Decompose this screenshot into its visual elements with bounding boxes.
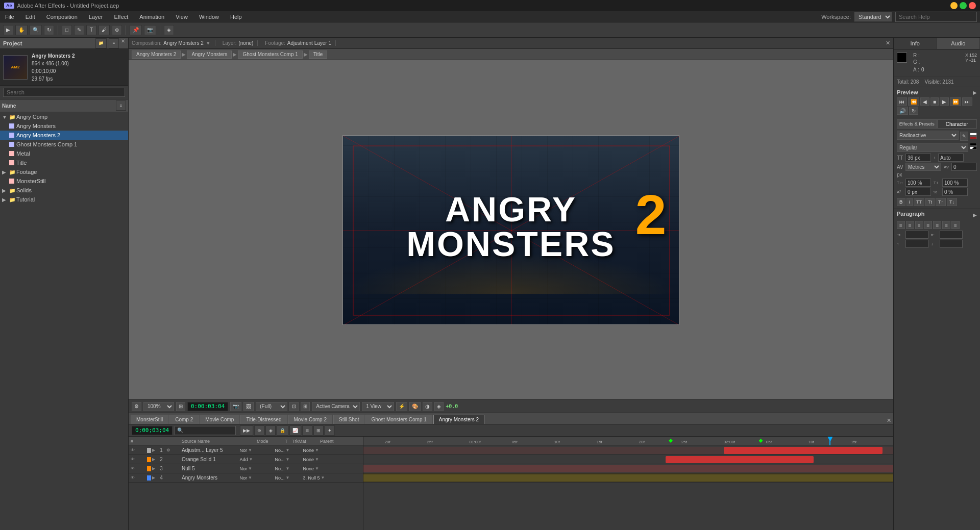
layer1-expand-icon[interactable]: ▶ (152, 448, 155, 452)
align-right-btn[interactable]: ≡ (915, 221, 923, 229)
project-folder-btn[interactable]: 📁 (95, 38, 107, 48)
tsume-input[interactable] (942, 188, 968, 196)
menu-effect[interactable]: Effect (112, 13, 130, 21)
item-ghost-monsters[interactable]: Ghost Monsters Comp 1 (0, 140, 128, 149)
tool-hand[interactable]: ✋ (15, 25, 28, 35)
layer-row-3[interactable]: 👁 ▶ 3 Null 5 Nor ▼ (129, 464, 363, 473)
view-select[interactable]: 1 View 2 Views 4 Views (362, 402, 394, 411)
timeline-search-input[interactable] (175, 426, 236, 435)
layer1-mode-arrow[interactable]: ▼ (248, 448, 252, 452)
space-before-input[interactable] (905, 240, 928, 248)
preview-expand-btn[interactable]: ▶ (973, 90, 977, 95)
kerning-select[interactable]: Metrics Optical (905, 163, 941, 171)
item-angry-monsters-2[interactable]: Angry Monsters 2 (0, 131, 128, 140)
prev-forward-btn[interactable]: ⏩ (950, 97, 961, 106)
camera-select[interactable]: Active Camera Front Top (312, 402, 360, 411)
item-metal[interactable]: Metal (0, 149, 128, 158)
tab-title-distressed[interactable]: Title-Distressed (240, 415, 287, 424)
track-row-3[interactable] (363, 464, 893, 473)
color-correct-btn[interactable]: ◈ (434, 402, 444, 411)
layer-row-4[interactable]: 👁 ▶ 4 Angry Monsters Nor ▼ (129, 473, 363, 483)
font-strike-color[interactable] (970, 136, 977, 139)
tool-text[interactable]: T (86, 25, 96, 35)
menu-layer[interactable]: Layer (87, 13, 105, 21)
justify-right-btn[interactable]: ≡ (942, 221, 950, 229)
tl-draft-btn[interactable]: ✦ (325, 425, 335, 436)
layer2-tabmat-arrow[interactable]: ▼ (286, 457, 290, 462)
tool-brush[interactable]: 🖌 (99, 25, 110, 35)
layer-row-2[interactable]: 👁 ▶ 2 Orange Solid 1 Add ▼ (129, 455, 363, 464)
timeline-panel-close[interactable]: ✕ (887, 417, 891, 424)
item-monster-still[interactable]: MonsterStill (0, 176, 128, 186)
prev-stop-btn[interactable]: ■ (930, 97, 939, 106)
breadcrumb-angry-monsters-2[interactable]: Angry Monsters 2 (132, 51, 181, 59)
layer1-parent-arrow[interactable]: ▼ (315, 448, 319, 452)
prev-play-back-btn[interactable]: ◀ (920, 97, 929, 106)
indent-right-input[interactable] (940, 231, 963, 239)
sort-btn[interactable]: ≡ (116, 100, 126, 111)
all-caps-btn[interactable]: TT (914, 198, 924, 206)
font-fill-swatch[interactable] (970, 143, 977, 146)
tab-character[interactable]: Character (937, 119, 977, 129)
tool-rect[interactable]: □ (62, 25, 72, 35)
close-button[interactable] (969, 2, 976, 9)
tool-select[interactable]: ▶ (3, 25, 13, 35)
show-snapshot-btn[interactable]: 🖼 (243, 402, 254, 411)
super-btn[interactable]: T↑ (936, 198, 946, 206)
viewer-timecode[interactable]: 0:00:03:04 (187, 402, 228, 411)
project-close[interactable]: ✕ (121, 38, 125, 48)
breadcrumb-title[interactable]: Title (309, 51, 328, 59)
sub-btn[interactable]: T↓ (947, 198, 957, 206)
font-color-swatch[interactable] (970, 133, 977, 136)
item-angry-monsters[interactable]: Angry Monsters (0, 121, 128, 131)
layer4-tabmat-arrow[interactable]: ▼ (286, 475, 290, 480)
indent-left-input[interactable] (905, 231, 928, 239)
layer3-parent-arrow[interactable]: ▼ (315, 466, 319, 471)
menu-file[interactable]: File (3, 13, 16, 21)
menu-window[interactable]: Window (197, 13, 221, 21)
timeline-timecode[interactable]: 0;00;03;04 (132, 426, 173, 435)
tl-preview-btn[interactable]: ⊕ (254, 425, 264, 436)
quality-select[interactable]: (Full) Half Quarter (256, 402, 287, 411)
take-snapshot-btn[interactable]: 📷 (230, 402, 241, 411)
transparency-btn[interactable]: ⊡ (289, 402, 299, 411)
italic-btn[interactable]: I (906, 198, 913, 206)
prev-play-btn[interactable]: ▶ (940, 97, 949, 106)
layer2-mode-arrow[interactable]: ▼ (249, 457, 253, 462)
layer4-parent-arrow[interactable]: ▼ (321, 475, 325, 480)
layer3-expand-icon[interactable]: ▶ (152, 466, 155, 471)
para-expand-btn[interactable]: ▶ (973, 212, 977, 218)
justify-left-btn[interactable]: ≡ (924, 221, 933, 229)
tool-clone[interactable]: ⊕ (112, 25, 122, 35)
font-style-select[interactable]: Regular (897, 143, 968, 152)
fast-preview-btn[interactable]: ⚡ (396, 402, 407, 411)
layer3-eye-icon[interactable]: 👁 (131, 466, 135, 471)
tab-effects-presets[interactable]: Effects & Presets (897, 119, 937, 129)
tl-graph-btn[interactable]: 📈 (289, 425, 301, 436)
small-caps-btn[interactable]: Tt (925, 198, 935, 206)
item-title[interactable]: Title (0, 158, 128, 167)
layer2-eye-icon[interactable]: 👁 (131, 457, 135, 462)
tl-comp-btn[interactable]: ⊞ (313, 425, 324, 436)
folder-tutorial[interactable]: ▶ 📁 Tutorial (0, 195, 128, 204)
scale-v-input[interactable] (942, 179, 968, 187)
bold-btn[interactable]: B (897, 198, 905, 206)
menu-animation[interactable]: Animation (137, 13, 166, 21)
space-after-input[interactable] (940, 240, 963, 248)
layer2-parent-arrow[interactable]: ▼ (315, 457, 319, 462)
tool-pin[interactable]: 📌 (130, 25, 142, 35)
tab-ghost-monsters-comp-1[interactable]: Ghost Monsters Comp 1 (365, 415, 432, 424)
grid-btn[interactable]: ⊞ (301, 402, 310, 411)
project-settings-btn[interactable]: ≡ (109, 38, 119, 48)
breadcrumb-angry-monsters[interactable]: Angry Monsters (187, 51, 232, 59)
search-help-input[interactable] (895, 12, 977, 22)
color-swatch[interactable] (897, 53, 907, 63)
project-search-input[interactable] (3, 88, 125, 97)
menu-view[interactable]: View (174, 13, 190, 21)
font-pencil-btn[interactable]: ✎ (960, 132, 968, 141)
leading-input[interactable] (938, 154, 964, 162)
tool-camera[interactable]: 📷 (144, 25, 156, 35)
show-channel-btn[interactable]: 🎨 (409, 402, 421, 411)
folder-footage[interactable]: ▶ 📁 Footage (0, 167, 128, 176)
layer1-eye-icon[interactable]: 👁 (131, 448, 135, 452)
